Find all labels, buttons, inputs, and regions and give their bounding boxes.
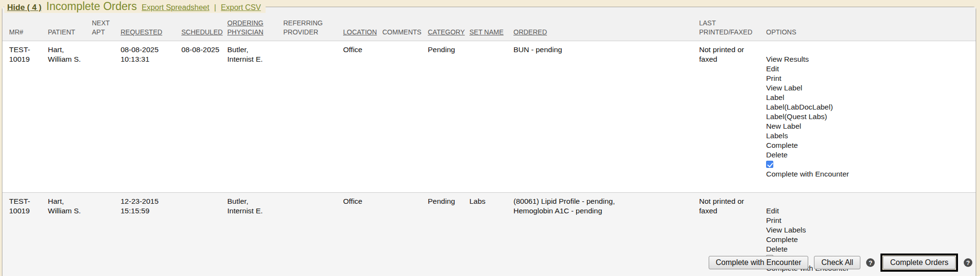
panel-legend: Hide ( 4 ) Incomplete Orders Export Spre… xyxy=(4,0,266,13)
view-label-link[interactable]: View Label xyxy=(766,83,802,93)
col-header-referring-provider: REFERRING PROVIDER xyxy=(283,7,343,41)
view-results-link[interactable]: View Results xyxy=(766,55,809,64)
mr-cell: TEST-10019 xyxy=(2,41,48,193)
hide-orders-link[interactable]: Hide ( 4 ) xyxy=(7,3,42,12)
incomplete-orders-panel: Hide ( 4 ) Incomplete Orders Export Spre… xyxy=(2,7,976,276)
labels-link[interactable]: Labels xyxy=(766,131,788,141)
scheduled-cell: 08-08-2025 xyxy=(181,41,227,193)
set-name-cell xyxy=(469,41,513,193)
view-labels-link[interactable]: View Labels xyxy=(766,225,806,235)
col-header-category[interactable]: CATEGORY xyxy=(428,7,469,41)
help-icon[interactable]: ? xyxy=(964,258,972,267)
col-header-location[interactable]: LOCATION xyxy=(343,7,382,41)
col-header-options: OPTIONS xyxy=(766,7,976,41)
scheduled-cell xyxy=(181,193,227,276)
complete-link[interactable]: Complete xyxy=(766,141,798,150)
edit-link[interactable]: Edit xyxy=(766,64,779,74)
label-link[interactable]: Label xyxy=(766,93,784,102)
help-icon[interactable]: ? xyxy=(866,258,875,267)
print-link[interactable]: Print xyxy=(766,216,781,225)
complete-orders-button[interactable]: Complete Orders xyxy=(883,256,956,269)
label-labdoclabel-link[interactable]: Label(LabDocLabel) xyxy=(766,102,833,112)
col-header-set-name[interactable]: SET NAME xyxy=(469,7,513,41)
delete-link[interactable]: Delete xyxy=(766,150,788,160)
ordering-physician-cell: Butler, Internist E. xyxy=(227,41,283,193)
col-header-last-printed: LAST PRINTED/FAXED xyxy=(699,7,766,41)
complete-orders-focus-ring: Complete Orders xyxy=(880,254,958,272)
ordered-cell: BUN - pending xyxy=(513,41,699,193)
bottom-actions-bar: Complete with Encounter Check All ? Comp… xyxy=(709,254,972,272)
check-all-button[interactable]: Check All xyxy=(814,256,860,269)
table-row: TEST-10019 Hart, William S. 08-08-2025 1… xyxy=(2,41,976,193)
patient-cell: Hart, William S. xyxy=(48,193,92,276)
requested-cell: 12-23-2015 15:15:59 xyxy=(121,193,181,276)
requested-cell: 08-08-2025 10:13:31 xyxy=(121,41,181,193)
category-cell: Pending xyxy=(428,193,469,276)
referring-provider-cell xyxy=(283,193,343,276)
link-separator: | xyxy=(214,3,216,12)
set-name-cell: Labs xyxy=(469,193,513,276)
complete-with-encounter-button[interactable]: Complete with Encounter xyxy=(709,256,809,269)
mr-cell: TEST-10019 xyxy=(2,193,48,276)
new-label-link[interactable]: New Label xyxy=(766,121,801,131)
comments-cell xyxy=(382,41,428,193)
location-cell: Office xyxy=(343,41,382,193)
orders-table: MR# PATIENT NEXT APT REQUESTED SCHEDULED… xyxy=(2,7,976,276)
next-apt-cell xyxy=(92,193,121,276)
col-header-ordered[interactable]: ORDERED xyxy=(513,7,699,41)
delete-link[interactable]: Delete xyxy=(766,244,788,254)
export-csv-link[interactable]: Export CSV xyxy=(221,3,261,12)
label-quest-labs-link[interactable]: Label(Quest Labs) xyxy=(766,112,827,121)
category-cell: Pending xyxy=(428,41,469,193)
next-apt-cell xyxy=(92,41,121,193)
complete-with-encounter-link[interactable]: Complete with Encounter xyxy=(766,169,967,179)
complete-link[interactable]: Complete xyxy=(766,235,798,244)
referring-provider-cell xyxy=(283,41,343,193)
ordering-physician-cell: Butler, Internist E. xyxy=(227,193,283,276)
edit-link[interactable]: Edit xyxy=(766,206,779,216)
last-printed-cell: Not printed or faxed xyxy=(699,41,766,193)
comments-cell xyxy=(382,193,428,276)
ordered-cell: (80061) Lipid Profile - pending, Hemoglo… xyxy=(513,193,699,276)
col-header-comments: COMMENTS xyxy=(382,7,428,41)
print-link[interactable]: Print xyxy=(766,74,781,83)
patient-cell: Hart, William S. xyxy=(48,41,92,193)
row-select-checkbox[interactable] xyxy=(766,161,773,168)
export-spreadsheet-link[interactable]: Export Spreadsheet xyxy=(142,3,209,12)
panel-title: Incomplete Orders xyxy=(46,0,137,13)
location-cell: Office xyxy=(343,193,382,276)
options-cell: View Results Edit Print View Label Label… xyxy=(766,41,976,193)
